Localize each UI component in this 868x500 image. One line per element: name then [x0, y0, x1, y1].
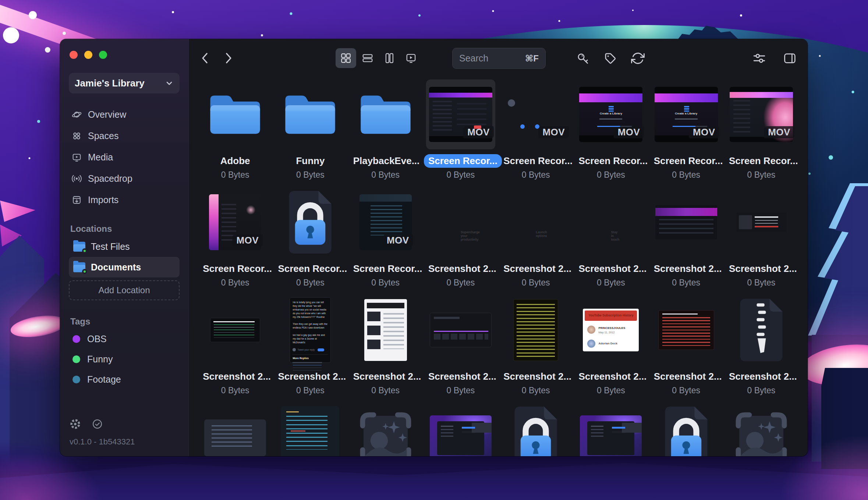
file-card[interactable]: Screenshot 2... 0 Bytes	[348, 295, 423, 403]
search-input[interactable]: Search ⌘F	[452, 48, 546, 69]
sidebar-item-test-files[interactable]: Test Files	[69, 236, 180, 257]
file-name: Screenshot 2...	[499, 262, 576, 276]
file-card[interactable]: Screenshot 2... 0 Bytes	[649, 187, 724, 295]
file-name: Screenshot 2...	[724, 370, 801, 383]
filetype-badge: MOV	[614, 126, 644, 138]
file-name: PlaybackEve...	[349, 154, 424, 168]
file-thumbnail	[276, 79, 345, 149]
sidebar-tag-footage[interactable]: Footage	[69, 369, 180, 390]
tag-label: OBS	[87, 334, 107, 344]
sidebar-item-overview[interactable]: Overview	[69, 104, 180, 125]
panel-toggle-icon[interactable]	[783, 52, 797, 65]
imports-icon	[72, 195, 82, 205]
app-window: Jamie's Library Overview Spaces Medi	[60, 39, 808, 456]
file-card[interactable]: Screen Recor... 0 Bytes	[273, 187, 348, 295]
gear-icon[interactable]	[70, 418, 81, 430]
file-size: 0 Bytes	[447, 170, 475, 180]
file-name: Screenshot 2...	[649, 262, 726, 276]
tag-icon[interactable]	[603, 52, 617, 65]
file-card[interactable]: Screenshot 2... 0 Bytes	[198, 295, 273, 403]
columns-view-button[interactable]	[379, 48, 400, 68]
folder-card[interactable]: PlaybackEve... 0 Bytes	[348, 79, 423, 187]
file-card[interactable]: YouTube Subscription HistoryPRINCESSJOUL…	[573, 295, 648, 403]
file-thumbnail: YouTube Subscription HistoryPRINCESSJOUL…	[576, 295, 645, 365]
file-size: 0 Bytes	[221, 386, 249, 396]
file-card[interactable]: MOV Screen Recor... 0 Bytes	[423, 79, 498, 187]
library-name: Jamie's Library	[75, 78, 145, 89]
file-name: Screen Recor...	[649, 154, 727, 168]
file-card[interactable]	[273, 403, 348, 456]
sync-icon[interactable]	[631, 52, 645, 65]
file-card[interactable]: MOV Screen Recor... 0 Bytes	[198, 187, 273, 295]
file-card[interactable]: MOVCreate a Library Screen Recor... 0 By…	[649, 79, 724, 187]
file-card[interactable]: Screenshot 2... 0 Bytes	[649, 295, 724, 403]
grid-view-button[interactable]	[336, 48, 356, 68]
file-card[interactable]: Launch options Screenshot 2... 0 Bytes	[498, 187, 573, 295]
sidebar-item-spacedrop[interactable]: Spacedrop	[69, 168, 180, 189]
folder-card[interactable]: Adobe 0 Bytes	[198, 79, 273, 187]
check-circle-icon[interactable]	[92, 419, 103, 429]
key-icon[interactable]	[576, 52, 589, 65]
file-card[interactable]: MOV Screen Recor... 0 Bytes	[498, 79, 573, 187]
file-thumbnail	[501, 403, 570, 456]
wallpaper-splat	[3, 27, 19, 43]
add-location-button[interactable]: Add Location	[69, 280, 180, 300]
file-card[interactable]	[573, 403, 648, 456]
file-card[interactable]: Stay in touch Screenshot 2... 0 Bytes	[573, 187, 648, 295]
file-card[interactable]	[724, 403, 799, 456]
library-switcher[interactable]: Jamie's Library	[69, 73, 180, 93]
file-card[interactable]: MOV Screen Recor... 0 Bytes	[724, 79, 799, 187]
forward-icon[interactable]	[222, 52, 234, 65]
file-card[interactable]	[649, 403, 724, 456]
file-card[interactable]	[198, 403, 273, 456]
folder-card[interactable]: Funny 0 Bytes	[273, 79, 348, 187]
file-thumbnail	[276, 187, 345, 257]
version-label: v0.1.0 - 1b543321	[70, 437, 179, 447]
sidebar-tag-obs[interactable]: OBS	[69, 329, 180, 349]
media-view-icon	[405, 52, 417, 64]
file-thumbnail: MOVCreate a Library	[652, 79, 721, 149]
file-size: 0 Bytes	[371, 386, 400, 396]
file-name: Screenshot 2...	[724, 262, 801, 276]
file-name: Screen Recor...	[198, 262, 276, 276]
list-view-button[interactable]	[357, 48, 378, 68]
file-size: 0 Bytes	[296, 386, 325, 396]
file-size: 0 Bytes	[447, 386, 475, 396]
folder-icon	[73, 262, 85, 272]
wallpaper-glow-slit	[9, 312, 68, 340]
file-card[interactable]: Screenshot 2... 0 Bytes	[724, 295, 799, 403]
file-card[interactable]: Screenshot 2... 0 Bytes	[724, 187, 799, 295]
columns-view-icon	[383, 52, 395, 64]
media-view-button[interactable]	[401, 48, 421, 68]
file-card[interactable]	[498, 403, 573, 456]
file-card[interactable]: Supercharge your productivity Screenshot…	[423, 187, 498, 295]
sidebar-item-media[interactable]: Media	[69, 146, 180, 168]
back-icon[interactable]	[199, 52, 212, 65]
close-button[interactable]	[70, 51, 78, 59]
file-thumbnail	[276, 403, 345, 456]
file-card[interactable]: He is totally lying you can tell they di…	[273, 295, 348, 403]
spacedrop-icon	[72, 174, 82, 184]
file-card[interactable]: MOV Screen Recor... 0 Bytes	[348, 187, 423, 295]
sidebar-item-documents[interactable]: Documents	[69, 257, 180, 277]
file-card[interactable]: Screenshot 2... 0 Bytes	[498, 295, 573, 403]
sidebar-item-imports[interactable]: Imports	[69, 189, 180, 210]
main-content: Search ⌘F	[189, 39, 808, 456]
locations-header: Locations	[69, 224, 180, 234]
sidebar-tag-funny[interactable]: Funny	[69, 349, 180, 369]
filters-icon[interactable]	[752, 52, 766, 65]
minimize-button[interactable]	[84, 51, 92, 59]
media-icon	[72, 152, 82, 162]
sidebar: Jamie's Library Overview Spaces Medi	[60, 39, 189, 456]
list-view-icon	[362, 52, 373, 64]
zoom-button[interactable]	[99, 51, 107, 59]
file-card[interactable]: Screenshot 2... 0 Bytes	[423, 295, 498, 403]
file-card[interactable]	[423, 403, 498, 456]
file-card[interactable]: MOVCreate a Library Screen Recor... 0 By…	[573, 79, 648, 187]
sidebar-item-spaces[interactable]: Spaces	[69, 125, 180, 146]
file-size: 0 Bytes	[672, 278, 700, 288]
file-thumbnail	[351, 295, 420, 365]
file-card[interactable]	[348, 403, 423, 456]
wallpaper-planet-rock	[677, 26, 740, 40]
search-shortcut: ⌘F	[525, 53, 539, 64]
